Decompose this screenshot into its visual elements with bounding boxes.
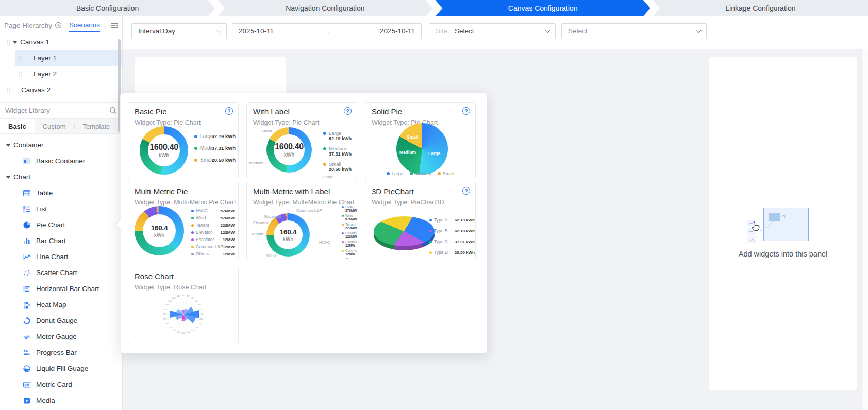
nav-tab-basic-configuration[interactable]: Basic Configuration bbox=[0, 0, 215, 16]
drag-handle-icon bbox=[6, 87, 10, 93]
scatter-chart-icon bbox=[23, 269, 31, 277]
progress-bar-icon bbox=[23, 349, 31, 357]
widget-tab-basic[interactable]: Basic bbox=[0, 119, 35, 133]
svg-text:210°: 210° bbox=[172, 329, 177, 332]
widget-library-title: Widget Library bbox=[5, 107, 50, 114]
pie-callout: Small bbox=[253, 129, 272, 133]
card-subtitle: Widget Type: PieChart3D bbox=[372, 199, 444, 206]
drag-handle-icon bbox=[6, 39, 10, 45]
hierarchy-item-layer-1[interactable]: Layer 1 bbox=[15, 50, 122, 66]
card-title: With Label bbox=[253, 107, 290, 116]
widget-item-progress-bar[interactable]: Progress Bar bbox=[0, 345, 122, 361]
secondary-select-value: Select bbox=[568, 27, 588, 35]
widget-item-label: Bar Chart bbox=[36, 237, 66, 245]
hierarchy-item-canvas-2[interactable]: Canvas 2 bbox=[0, 82, 122, 98]
widget-item-basic-container[interactable]: Basic Container bbox=[0, 153, 122, 169]
legend-item: Elevator123MW bbox=[342, 231, 357, 238]
list-icon bbox=[23, 205, 31, 213]
chart-center-value: 1600.40 bbox=[275, 142, 304, 151]
widget-item-list[interactable]: List bbox=[0, 201, 122, 217]
legend-item: Medium37.31 kWh bbox=[194, 145, 236, 151]
chart-legend: LargeMediumSmall bbox=[365, 171, 475, 176]
legend-item: Large62.19 kWh bbox=[323, 130, 355, 141]
widget-card-3d-piechart[interactable]: 3D PieChart Widget Type: PieChart3D Type… bbox=[365, 182, 476, 259]
drop-panel[interactable]: Add widgets into this panel bbox=[709, 57, 857, 390]
drop-zone[interactable] bbox=[763, 208, 809, 241]
legend-item: Type B62.18 kWh bbox=[429, 228, 475, 233]
widget-picker-popup: Basic Pie Widget Type: Pie Chart 1600.40… bbox=[120, 93, 487, 353]
hierarchy-item-canvas-1[interactable]: Canvas 1 bbox=[0, 34, 122, 50]
widget-item-label: Horizontal Bar Chart bbox=[36, 285, 99, 293]
legend-item: Small20.50 kWh bbox=[323, 161, 355, 172]
add-page-icon[interactable] bbox=[55, 22, 62, 29]
hand-cursor-icon bbox=[750, 220, 761, 233]
collapse-panel-icon[interactable] bbox=[110, 22, 118, 29]
help-icon[interactable] bbox=[462, 107, 470, 115]
widget-item-label: Meter Gauge bbox=[36, 333, 77, 340]
basic-container-icon bbox=[23, 157, 31, 165]
pie-chart bbox=[396, 123, 448, 175]
widget-item-bar-chart[interactable]: Bar Chart bbox=[0, 233, 122, 249]
pie-slice-label: Small bbox=[407, 134, 419, 140]
widget-group-container[interactable]: Container bbox=[0, 137, 122, 153]
date-range-picker[interactable]: 2025-10-11 → 2025-10-11 bbox=[232, 23, 422, 39]
svg-text:240°: 240° bbox=[165, 322, 170, 325]
hierarchy-item-label: Canvas 1 bbox=[20, 38, 49, 46]
svg-text:255°: 255° bbox=[163, 318, 168, 320]
widget-item-metric-card[interactable]: KPIMetric Card bbox=[0, 377, 122, 392]
widget-card-with-label[interactable]: With Label Widget Type: Pie Chart 1600.4… bbox=[246, 102, 357, 179]
widget-item-donut-gauge[interactable]: Donut Gauge bbox=[0, 313, 122, 329]
nav-tab-linkage-configuration[interactable]: Linkage Configuration bbox=[653, 0, 868, 16]
date-start: 2025-10-11 bbox=[239, 27, 274, 35]
search-icon[interactable] bbox=[109, 107, 117, 114]
interval-select[interactable]: Interval:Day bbox=[131, 23, 227, 39]
card-title: 3D PieChart bbox=[372, 187, 414, 196]
legend-item: Large62.19 kWh bbox=[194, 133, 236, 139]
widget-item-table[interactable]: Table bbox=[0, 185, 122, 201]
widget-card-solid-pie[interactable]: Solid Pie Widget Type: Pie Chart Small M… bbox=[365, 102, 476, 179]
site-label: Site: bbox=[436, 27, 449, 35]
pie-callout: Escalator bbox=[264, 214, 281, 219]
legend-item: Large bbox=[387, 171, 404, 176]
help-icon[interactable] bbox=[225, 107, 233, 115]
secondary-select[interactable]: Select bbox=[561, 23, 707, 39]
widget-item-heat-map[interactable]: Heat Map bbox=[0, 297, 122, 313]
hierarchy-item-label: Canvas 2 bbox=[21, 86, 51, 94]
widget-card-multi-metric-with-label[interactable]: Multi-Metric with Label Widget Type: Mul… bbox=[246, 182, 357, 259]
widget-item-pie-chart[interactable]: Pie Chart bbox=[0, 217, 122, 233]
widget-group-chart[interactable]: Chart bbox=[0, 169, 122, 185]
main-scrollbar-track[interactable] bbox=[861, 49, 868, 410]
help-icon[interactable] bbox=[462, 187, 470, 195]
chart-center-unit: kWh bbox=[159, 152, 169, 158]
widget-tab-custom[interactable]: Custom bbox=[35, 119, 74, 133]
widget-tab-template[interactable]: Template bbox=[75, 119, 119, 133]
svg-text:300°: 300° bbox=[165, 303, 170, 306]
drop-panel-hint: Add widgets into this panel bbox=[709, 250, 857, 258]
media-icon bbox=[23, 397, 31, 405]
legend-item: Small bbox=[438, 171, 455, 176]
legend-item: Elevator123MW bbox=[191, 230, 235, 235]
sidebar: Page Hierarchy Scenarios Canvas 1Layer 1… bbox=[0, 16, 123, 410]
scenarios-tab[interactable]: Scenarios bbox=[69, 21, 100, 30]
pie-chart-icon bbox=[23, 221, 31, 229]
hierarchy-item-layer-2[interactable]: Layer 2 bbox=[15, 66, 122, 82]
legend-item: Type A62.19 kWh bbox=[429, 217, 475, 223]
site-value: Select bbox=[455, 27, 474, 35]
widget-item-media[interactable]: Media bbox=[0, 392, 122, 408]
help-icon[interactable] bbox=[344, 107, 352, 115]
widget-item-scatter-chart[interactable]: Scatter Chart bbox=[0, 265, 122, 281]
widget-item-liquid-fill-guage[interactable]: Liquid Fill Guage bbox=[0, 361, 122, 377]
widget-item-meter-gauge[interactable]: Meter Gauge bbox=[0, 329, 122, 345]
site-select[interactable]: Site: Select bbox=[429, 23, 556, 39]
liquid-fill-gauge-icon bbox=[23, 365, 31, 373]
svg-text:45°: 45° bbox=[195, 300, 198, 302]
widget-card-multi-metric-pie[interactable]: Multi-Metric Pie Widget Type: Multi-Metr… bbox=[128, 182, 239, 259]
widget-card-basic-pie[interactable]: Basic Pie Widget Type: Pie Chart 1600.40… bbox=[128, 102, 239, 179]
widget-card-rose-chart[interactable]: Rose Chart Widget Type: Rose Chart 0°15°… bbox=[128, 267, 239, 344]
page-hierarchy-tab[interactable]: Page Hierarchy bbox=[4, 22, 52, 29]
caret-down-icon[interactable] bbox=[13, 41, 17, 46]
nav-tab-canvas-configuration[interactable]: Canvas Configuration bbox=[436, 0, 650, 16]
widget-item-horizontal-bar-chart[interactable]: Horizontal Bar Chart bbox=[0, 281, 122, 297]
widget-item-line-chart[interactable]: Line Chart bbox=[0, 249, 122, 265]
nav-tab-navigation-configuration[interactable]: Navigation Configuration bbox=[218, 0, 432, 16]
